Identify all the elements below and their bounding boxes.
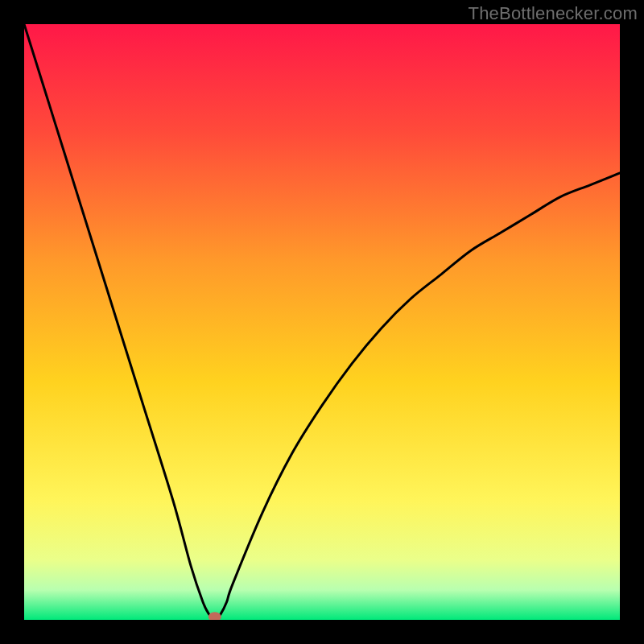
bottleneck-chart bbox=[24, 24, 620, 620]
chart-frame: TheBottlenecker.com bbox=[0, 0, 644, 644]
plot-area bbox=[24, 24, 620, 620]
watermark-label: TheBottlenecker.com bbox=[469, 3, 638, 24]
gradient-background bbox=[24, 24, 620, 620]
